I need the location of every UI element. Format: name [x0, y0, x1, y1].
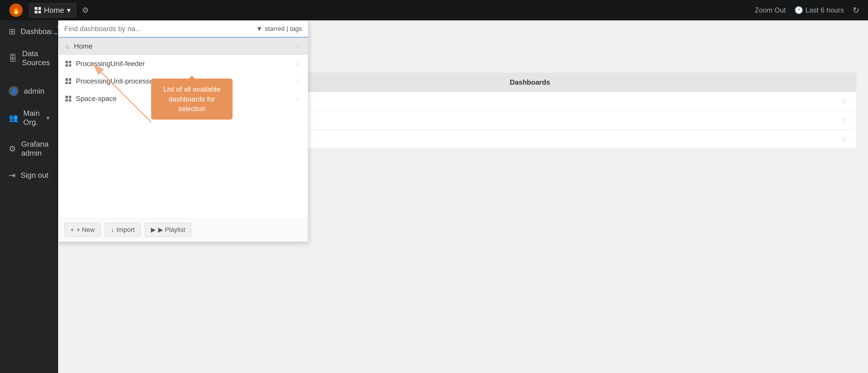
grid-icon — [65, 61, 71, 67]
playlist-icon: ▶ — [151, 226, 156, 234]
dropdown-item-label: Space-space — [76, 94, 117, 103]
svg-text:🔥: 🔥 — [11, 5, 21, 15]
zoom-out-button[interactable]: Zoom Out — [755, 6, 786, 14]
sidebar-user-label: admin — [24, 87, 44, 96]
home-label: Home — [44, 6, 64, 15]
grid-icon — [35, 7, 41, 13]
star-icon[interactable]: ☆ — [295, 60, 301, 67]
sidebar: ‹ ⊞ Dashboards 🗄 Data Sources 👤 admin 👥 … — [0, 20, 58, 373]
import-button[interactable]: ↓ Import — [105, 223, 141, 237]
data-sources-icon: 🗄 — [9, 54, 17, 63]
dropdown-search-bar: ▼ starred | tags — [58, 21, 308, 37]
dropdown-item-home[interactable]: ⌂ Home ☆ — [58, 37, 308, 55]
callout-text: List of all available dashboards for sel… — [163, 85, 220, 113]
sidebar-item-sign-out[interactable]: ⇥ Sign out — [0, 164, 58, 186]
star-icon[interactable]: ☆ — [295, 95, 301, 103]
dropdown-item-feeder[interactable]: ProcessingUnit-feeder ☆ — [58, 55, 308, 73]
star-icon[interactable]: ☆ — [295, 42, 301, 50]
dropdown-footer: + + New ↓ Import ▶ ▶ Playlist — [58, 218, 308, 241]
clock-icon: 🕐 — [795, 6, 803, 14]
star-icon[interactable]: ☆ — [841, 116, 847, 124]
avatar: 👤 — [9, 86, 19, 96]
filter-area[interactable]: ▼ starred | tags — [256, 25, 302, 33]
new-button[interactable]: + + New — [64, 223, 101, 237]
sidebar-item-org[interactable]: 👥 Main Org. ▾ — [0, 103, 58, 133]
sidebar-item-data-sources-label: Data Sources — [22, 49, 50, 67]
sidebar-divider — [0, 77, 58, 77]
search-input[interactable] — [64, 25, 256, 33]
refresh-icon[interactable]: ↻ — [852, 5, 859, 15]
grid-icon — [65, 78, 71, 84]
callout-tooltip: List of all available dashboards for sel… — [151, 79, 232, 120]
dashboard-dropdown: ▼ starred | tags ⌂ Home ☆ ProcessingUnit… — [58, 20, 308, 242]
filter-icon: ▼ — [256, 25, 262, 33]
star-icon[interactable]: ☆ — [295, 77, 301, 85]
star-icon[interactable]: ☆ — [841, 97, 847, 105]
topbar-right: Zoom Out 🕐 Last 6 hours ↻ — [755, 5, 859, 15]
dropdown-item-label: Home — [74, 42, 92, 50]
plus-icon: + — [70, 226, 74, 234]
filter-label: starred | tags — [265, 25, 302, 33]
import-label: Import — [117, 226, 134, 234]
home-button[interactable]: Home ▾ — [29, 3, 76, 18]
chevron-down-icon: ▾ — [67, 6, 71, 15]
playlist-label: ▶ Playlist — [158, 226, 185, 234]
time-range-label: Last 6 hours — [806, 6, 844, 14]
sidebar-item-data-sources[interactable]: 🗄 Data Sources — [0, 43, 58, 74]
star-icon[interactable]: ☆ — [841, 135, 847, 143]
sidebar-grafana-admin-label: Grafana admin — [21, 140, 50, 158]
grafana-logo-icon: 🔥 — [9, 3, 23, 18]
import-icon: ↓ — [111, 226, 114, 234]
dropdown-item-label: ProcessingUnit-processor — [76, 77, 156, 85]
dropdown-empty-space — [58, 107, 308, 218]
sidebar-item-user[interactable]: 👤 admin — [0, 80, 58, 103]
grid-icon — [65, 96, 71, 102]
gear-icon: ⚙ — [9, 144, 16, 154]
home-icon: ⌂ — [65, 42, 69, 50]
topbar: 🔥 Home ▾ ⚙ Zoom Out 🕐 Last 6 hours ↻ — [0, 0, 868, 20]
sidebar-item-dashboards[interactable]: ⊞ Dashboards — [0, 20, 58, 43]
new-label: + New — [76, 226, 95, 234]
sidebar-org-label: Main Org. — [23, 109, 41, 127]
settings-icon[interactable]: ⚙ — [82, 6, 89, 15]
dashboards-icon: ⊞ — [9, 27, 16, 36]
chevron-right-icon: ▾ — [46, 114, 50, 121]
dashboards-panel-title: Dashboards — [510, 78, 550, 86]
dropdown-item-label: ProcessingUnit-feeder — [76, 60, 145, 68]
sign-out-icon: ⇥ — [9, 171, 16, 180]
org-icon: 👥 — [9, 113, 18, 122]
playlist-button[interactable]: ▶ ▶ Playlist — [145, 223, 191, 237]
sidebar-sign-out-label: Sign out — [21, 171, 48, 180]
time-range[interactable]: 🕐 Last 6 hours — [795, 6, 844, 14]
sidebar-item-grafana-admin[interactable]: ⚙ Grafana admin — [0, 133, 58, 164]
